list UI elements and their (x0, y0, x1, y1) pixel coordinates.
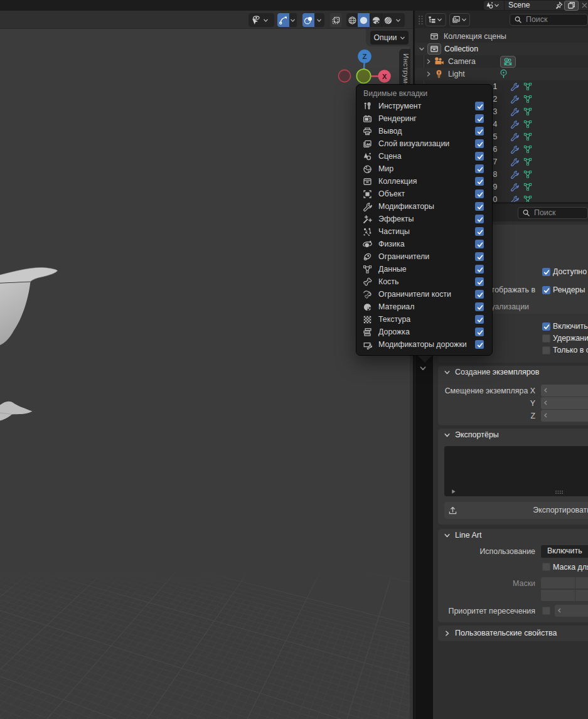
chevron-right-icon[interactable] (425, 58, 432, 65)
popover-menu-item[interactable]: Ограничители кости (356, 288, 492, 301)
menu-item-checkbox[interactable] (475, 265, 484, 274)
outliner-row-collection[interactable]: Collection (415, 43, 588, 55)
menu-item-checkbox[interactable] (475, 164, 484, 173)
popover-menu-item[interactable]: Модификаторы (356, 200, 492, 213)
slider-decrement-arrow-icon[interactable] (557, 608, 562, 614)
panel-header[interactable]: Создание экземпляров (444, 368, 539, 376)
tabs-scroll-up-icon[interactable] (419, 365, 427, 372)
outliner-filter-button[interactable] (425, 13, 446, 26)
chevron-down-icon[interactable] (263, 18, 269, 23)
menu-item-checkbox[interactable] (475, 127, 484, 136)
shading-wireframe-button[interactable] (346, 13, 358, 27)
popover-menu-item[interactable]: Модификаторы дорожки (356, 338, 492, 351)
chevron-right-icon[interactable] (425, 71, 432, 77)
camera-data-button[interactable] (500, 56, 516, 68)
menu-item-checkbox[interactable] (475, 315, 484, 324)
popover-menu-item[interactable]: Данные (356, 263, 492, 275)
modifier-wrench-icon[interactable] (510, 145, 519, 154)
usage-enum-button[interactable]: Включить (541, 545, 588, 558)
selectable-checkbox[interactable] (542, 268, 550, 276)
menu-item-checkbox[interactable] (475, 139, 484, 148)
menu-item-checkbox[interactable] (475, 252, 484, 261)
popover-menu-item[interactable]: Текстура (356, 313, 492, 326)
show-gizmos-toggle[interactable] (277, 13, 289, 27)
mesh-data-icon[interactable] (523, 82, 532, 91)
priority-checkbox[interactable] (542, 607, 550, 615)
shading-rendered-button[interactable] (382, 13, 393, 27)
chevron-down-icon[interactable] (419, 46, 425, 52)
menu-item-checkbox[interactable] (475, 152, 484, 161)
mesh-data-icon[interactable] (523, 95, 532, 104)
chevron-down-icon[interactable] (316, 18, 322, 23)
modifier-wrench-icon[interactable] (510, 132, 519, 141)
new-scene-button[interactable] (564, 1, 579, 11)
chevron-down-icon[interactable] (290, 18, 296, 23)
exporters-list[interactable] (444, 446, 588, 496)
mesh-data-icon[interactable] (523, 170, 532, 179)
modifier-wrench-icon[interactable] (510, 195, 519, 202)
mesh-data-icon[interactable] (523, 157, 532, 166)
visibility-dropdown[interactable] (250, 15, 260, 25)
panel-header[interactable]: Line Art (444, 531, 481, 540)
show-overlays-toggle[interactable] (302, 13, 314, 27)
menu-item-checkbox[interactable] (475, 277, 484, 286)
outliner-row-camera[interactable]: Camera (415, 55, 588, 68)
lineart-mask-cell[interactable] (541, 577, 575, 589)
instance-offset-x-field[interactable] (541, 385, 588, 397)
panel-custom-properties[interactable]: Пользовательские свойства (438, 626, 588, 641)
shading-material-button[interactable] (370, 13, 382, 27)
panel-header[interactable]: Экспортёры (444, 430, 499, 439)
menu-item-checkbox[interactable] (475, 328, 484, 336)
gizmo-axis-neg-x[interactable] (338, 70, 350, 82)
enable-checkbox[interactable] (542, 322, 550, 331)
popover-menu-item[interactable]: Материал (356, 301, 492, 313)
menu-item-checkbox[interactable] (475, 177, 484, 186)
resize-grip-icon[interactable] (555, 490, 564, 494)
modifier-wrench-icon[interactable] (510, 82, 519, 91)
outliner-row-light[interactable]: Light (415, 68, 588, 80)
mesh-object[interactable] (0, 11, 69, 719)
intersection-mask-checkbox[interactable] (542, 563, 550, 571)
shading-dropdown[interactable] (395, 18, 401, 23)
holdout-checkbox[interactable] (542, 334, 550, 343)
mesh-data-icon[interactable] (523, 132, 532, 141)
properties-search-field[interactable]: Поиск (518, 207, 588, 219)
slider-decrement-arrow-icon[interactable] (543, 388, 548, 393)
popover-menu-item[interactable]: Вывод (356, 125, 492, 137)
renders-checkbox[interactable] (542, 286, 550, 294)
lineart-mask-cell[interactable] (575, 577, 588, 589)
mesh-data-icon[interactable] (523, 183, 532, 191)
popover-menu-item[interactable]: Объект (356, 188, 492, 200)
modifier-wrench-icon[interactable] (510, 120, 519, 129)
menu-item-checkbox[interactable] (475, 102, 484, 110)
outliner-search-field[interactable]: Поиск (510, 14, 588, 26)
popover-menu-item[interactable]: Дорожка (356, 326, 492, 338)
mesh-data-icon[interactable] (523, 120, 532, 129)
lineart-mask-cell[interactable] (541, 590, 575, 601)
popover-menu-item[interactable]: Рендеринг (356, 112, 492, 125)
chevron-down-icon[interactable] (444, 432, 451, 439)
scene-name-field[interactable]: Scene (504, 1, 551, 10)
chevron-down-icon[interactable] (444, 369, 451, 376)
modifier-wrench-icon[interactable] (510, 183, 519, 191)
slider-decrement-arrow-icon[interactable] (543, 413, 548, 418)
outliner-row-scene-collection[interactable]: Коллекция сцены (415, 30, 588, 43)
menu-item-checkbox[interactable] (475, 114, 484, 123)
3d-viewport[interactable]: Z X Опции Инструмент (0, 11, 413, 719)
outliner-display-mode-button[interactable] (449, 13, 470, 26)
instance-offset-z-field[interactable] (541, 410, 588, 422)
menu-item-checkbox[interactable] (475, 189, 484, 198)
mesh-data-icon[interactable] (523, 195, 532, 202)
menu-item-checkbox[interactable] (475, 290, 484, 299)
menu-item-checkbox[interactable] (475, 240, 484, 248)
lineart-mask-cell[interactable] (575, 590, 588, 601)
panel-header[interactable]: Пользовательские свойства (444, 629, 557, 637)
export-all-button[interactable]: Экспортировать (444, 502, 588, 519)
modifier-wrench-icon[interactable] (510, 170, 519, 179)
indirect-only-checkbox[interactable] (542, 346, 550, 354)
popover-menu-item[interactable]: Слой визуализации (356, 137, 492, 150)
chevron-down-icon[interactable] (444, 532, 451, 539)
menu-item-checkbox[interactable] (475, 340, 484, 349)
scene-browse-button[interactable] (484, 1, 503, 10)
menu-item-checkbox[interactable] (475, 215, 484, 223)
